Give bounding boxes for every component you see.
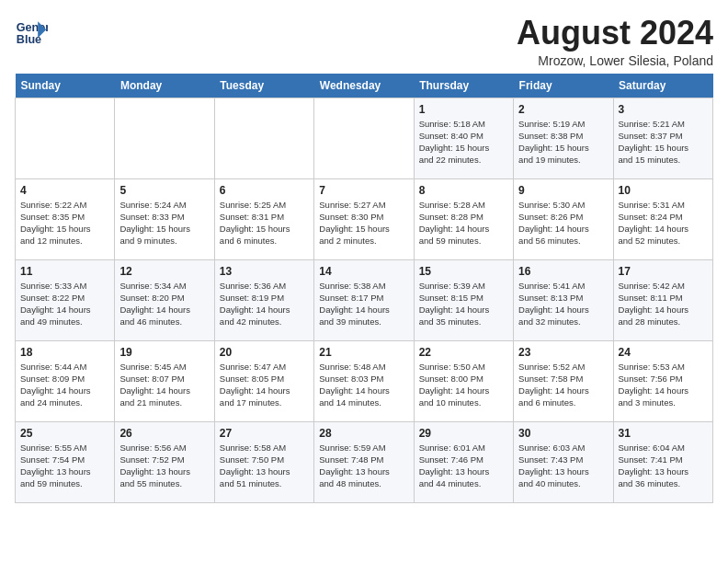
calendar-cell: 4Sunrise: 5:22 AM Sunset: 8:35 PM Daylig… — [16, 178, 115, 259]
day-info: Sunrise: 5:53 AM Sunset: 7:56 PM Dayligh… — [619, 361, 708, 409]
logo: General Blue — [15, 15, 48, 48]
day-number: 24 — [619, 346, 708, 359]
calendar-cell: 25Sunrise: 5:55 AM Sunset: 7:54 PM Dayli… — [16, 421, 115, 502]
day-info: Sunrise: 5:39 AM Sunset: 8:15 PM Dayligh… — [419, 280, 508, 328]
weekday-header-sunday: Sunday — [16, 74, 115, 98]
day-number: 21 — [319, 346, 408, 359]
calendar-cell: 6Sunrise: 5:25 AM Sunset: 8:31 PM Daylig… — [214, 178, 313, 259]
calendar-cell: 24Sunrise: 5:53 AM Sunset: 7:56 PM Dayli… — [613, 340, 712, 421]
calendar-cell: 27Sunrise: 5:58 AM Sunset: 7:50 PM Dayli… — [214, 421, 313, 502]
day-number: 22 — [419, 346, 508, 359]
day-number: 30 — [518, 427, 608, 440]
day-info: Sunrise: 5:45 AM Sunset: 8:07 PM Dayligh… — [119, 361, 209, 409]
weekday-header-wednesday: Wednesday — [314, 74, 414, 98]
day-number: 31 — [619, 427, 708, 440]
svg-text:Blue: Blue — [17, 33, 41, 46]
day-info: Sunrise: 6:01 AM Sunset: 7:46 PM Dayligh… — [419, 442, 508, 490]
day-number: 5 — [119, 184, 209, 197]
month-title: August 2024 — [517, 15, 713, 52]
day-number: 8 — [419, 184, 508, 197]
day-number: 25 — [20, 427, 109, 440]
calendar-cell: 21Sunrise: 5:48 AM Sunset: 8:03 PM Dayli… — [314, 340, 414, 421]
day-number: 15 — [419, 265, 508, 278]
calendar-cell: 16Sunrise: 5:41 AM Sunset: 8:13 PM Dayli… — [514, 259, 613, 340]
calendar-cell: 22Sunrise: 5:50 AM Sunset: 8:00 PM Dayli… — [414, 340, 513, 421]
day-number: 14 — [319, 265, 408, 278]
day-number: 4 — [20, 184, 109, 197]
day-number: 12 — [119, 265, 209, 278]
calendar-cell: 15Sunrise: 5:39 AM Sunset: 8:15 PM Dayli… — [414, 259, 513, 340]
day-number: 2 — [518, 103, 608, 116]
weekday-header-tuesday: Tuesday — [214, 74, 313, 98]
calendar-cell: 13Sunrise: 5:36 AM Sunset: 8:19 PM Dayli… — [214, 259, 313, 340]
day-info: Sunrise: 5:34 AM Sunset: 8:20 PM Dayligh… — [119, 280, 209, 328]
calendar-cell: 30Sunrise: 6:03 AM Sunset: 7:43 PM Dayli… — [514, 421, 613, 502]
day-number: 17 — [619, 265, 708, 278]
calendar-cell: 23Sunrise: 5:52 AM Sunset: 7:58 PM Dayli… — [514, 340, 613, 421]
calendar-cell: 12Sunrise: 5:34 AM Sunset: 8:20 PM Dayli… — [115, 259, 214, 340]
day-info: Sunrise: 5:31 AM Sunset: 8:24 PM Dayligh… — [619, 199, 708, 247]
calendar-cell: 19Sunrise: 5:45 AM Sunset: 8:07 PM Dayli… — [115, 340, 214, 421]
calendar-cell: 5Sunrise: 5:24 AM Sunset: 8:33 PM Daylig… — [115, 178, 214, 259]
calendar-cell: 17Sunrise: 5:42 AM Sunset: 8:11 PM Dayli… — [613, 259, 712, 340]
calendar-cell — [314, 98, 414, 178]
weekday-header-monday: Monday — [115, 74, 214, 98]
day-info: Sunrise: 5:47 AM Sunset: 8:05 PM Dayligh… — [220, 361, 309, 409]
day-info: Sunrise: 5:56 AM Sunset: 7:52 PM Dayligh… — [119, 442, 209, 490]
calendar-cell: 28Sunrise: 5:59 AM Sunset: 7:48 PM Dayli… — [314, 421, 414, 502]
day-number: 29 — [419, 427, 508, 440]
calendar-cell: 3Sunrise: 5:21 AM Sunset: 8:37 PM Daylig… — [613, 98, 712, 178]
calendar-cell: 10Sunrise: 5:31 AM Sunset: 8:24 PM Dayli… — [613, 178, 712, 259]
day-info: Sunrise: 5:33 AM Sunset: 8:22 PM Dayligh… — [20, 280, 109, 328]
calendar-cell: 26Sunrise: 5:56 AM Sunset: 7:52 PM Dayli… — [115, 421, 214, 502]
day-number: 23 — [518, 346, 608, 359]
calendar-cell: 9Sunrise: 5:30 AM Sunset: 8:26 PM Daylig… — [514, 178, 613, 259]
weekday-header-thursday: Thursday — [414, 74, 513, 98]
day-number: 10 — [619, 184, 708, 197]
day-number: 11 — [20, 265, 109, 278]
day-info: Sunrise: 5:25 AM Sunset: 8:31 PM Dayligh… — [220, 199, 309, 247]
day-number: 1 — [419, 103, 508, 116]
day-number: 26 — [119, 427, 209, 440]
calendar-cell — [115, 98, 214, 178]
day-number: 27 — [220, 427, 309, 440]
calendar-cell: 1Sunrise: 5:18 AM Sunset: 8:40 PM Daylig… — [414, 98, 513, 178]
day-number: 19 — [119, 346, 209, 359]
day-info: Sunrise: 5:55 AM Sunset: 7:54 PM Dayligh… — [20, 442, 109, 490]
location: Mrozow, Lower Silesia, Poland — [517, 53, 713, 68]
calendar-cell: 11Sunrise: 5:33 AM Sunset: 8:22 PM Dayli… — [16, 259, 115, 340]
day-info: Sunrise: 5:21 AM Sunset: 8:37 PM Dayligh… — [619, 118, 708, 167]
day-info: Sunrise: 6:03 AM Sunset: 7:43 PM Dayligh… — [518, 442, 608, 490]
day-number: 9 — [518, 184, 608, 197]
day-info: Sunrise: 5:44 AM Sunset: 8:09 PM Dayligh… — [20, 361, 109, 409]
title-area: August 2024 Mrozow, Lower Silesia, Polan… — [517, 15, 713, 68]
day-info: Sunrise: 5:27 AM Sunset: 8:30 PM Dayligh… — [319, 199, 408, 247]
weekday-header-saturday: Saturday — [613, 74, 712, 98]
calendar-cell: 31Sunrise: 6:04 AM Sunset: 7:41 PM Dayli… — [613, 421, 712, 502]
day-info: Sunrise: 5:19 AM Sunset: 8:38 PM Dayligh… — [518, 118, 608, 167]
calendar-cell: 29Sunrise: 6:01 AM Sunset: 7:46 PM Dayli… — [414, 421, 513, 502]
day-info: Sunrise: 5:28 AM Sunset: 8:28 PM Dayligh… — [419, 199, 508, 247]
calendar-cell: 18Sunrise: 5:44 AM Sunset: 8:09 PM Dayli… — [16, 340, 115, 421]
day-info: Sunrise: 6:04 AM Sunset: 7:41 PM Dayligh… — [619, 442, 708, 490]
day-info: Sunrise: 5:52 AM Sunset: 7:58 PM Dayligh… — [518, 361, 608, 409]
calendar-cell: 14Sunrise: 5:38 AM Sunset: 8:17 PM Dayli… — [314, 259, 414, 340]
page-header: General Blue August 2024 Mrozow, Lower S… — [15, 15, 713, 68]
calendar-cell: 7Sunrise: 5:27 AM Sunset: 8:30 PM Daylig… — [314, 178, 414, 259]
calendar-cell: 20Sunrise: 5:47 AM Sunset: 8:05 PM Dayli… — [214, 340, 313, 421]
calendar-cell — [214, 98, 313, 178]
day-info: Sunrise: 5:48 AM Sunset: 8:03 PM Dayligh… — [319, 361, 408, 409]
calendar-cell: 8Sunrise: 5:28 AM Sunset: 8:28 PM Daylig… — [414, 178, 513, 259]
day-number: 18 — [20, 346, 109, 359]
day-info: Sunrise: 5:58 AM Sunset: 7:50 PM Dayligh… — [220, 442, 309, 490]
day-info: Sunrise: 5:22 AM Sunset: 8:35 PM Dayligh… — [20, 199, 109, 247]
calendar-cell: 2Sunrise: 5:19 AM Sunset: 8:38 PM Daylig… — [514, 98, 613, 178]
day-info: Sunrise: 5:41 AM Sunset: 8:13 PM Dayligh… — [518, 280, 608, 328]
day-info: Sunrise: 5:42 AM Sunset: 8:11 PM Dayligh… — [619, 280, 708, 328]
day-info: Sunrise: 5:24 AM Sunset: 8:33 PM Dayligh… — [119, 199, 209, 247]
day-number: 7 — [319, 184, 408, 197]
day-info: Sunrise: 5:59 AM Sunset: 7:48 PM Dayligh… — [319, 442, 408, 490]
day-number: 13 — [220, 265, 309, 278]
day-info: Sunrise: 5:36 AM Sunset: 8:19 PM Dayligh… — [220, 280, 309, 328]
calendar-table: SundayMondayTuesdayWednesdayThursdayFrid… — [15, 74, 713, 503]
